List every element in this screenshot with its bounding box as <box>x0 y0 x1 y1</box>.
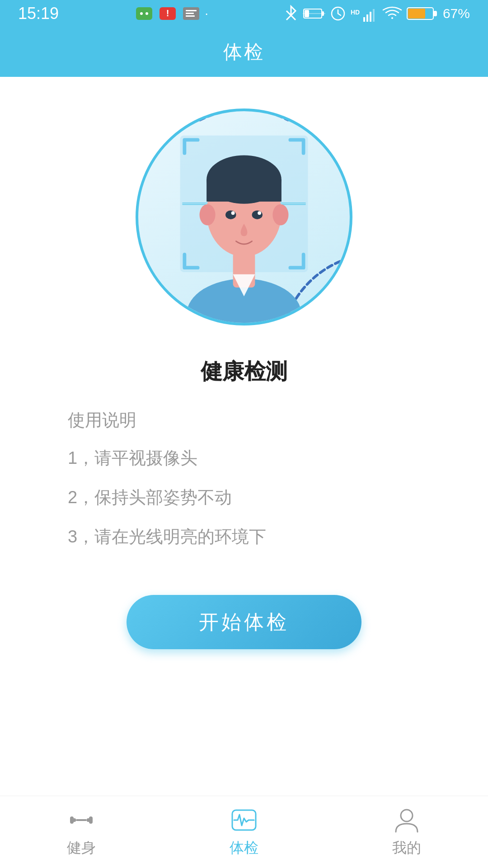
svg-rect-0 <box>136 7 152 20</box>
status-notifications: ! · <box>134 4 208 24</box>
mine-icon <box>393 807 420 834</box>
start-exam-button[interactable]: 开始体检 <box>127 595 361 649</box>
instruction-section: 健康检测 使用说明 1，请平视摄像头 2，保持头部姿势不动 3，请在光线明亮的环… <box>41 357 447 563</box>
app-header: 体检 <box>0 27 488 77</box>
battery-icon <box>407 6 438 21</box>
instruction-item-3: 3，请在光线明亮的环境下 <box>68 524 420 550</box>
svg-point-36 <box>252 210 263 219</box>
status-bar: 15:19 ! · <box>0 0 488 27</box>
svg-point-35 <box>225 210 236 219</box>
app-icon <box>181 4 201 24</box>
svg-point-45 <box>401 810 413 821</box>
svg-point-37 <box>231 211 235 215</box>
svg-point-34 <box>272 204 288 226</box>
svg-text:!: ! <box>166 8 169 18</box>
svg-rect-32 <box>206 179 282 202</box>
nav-item-checkup[interactable]: 体检 <box>230 807 258 858</box>
svg-text:HD: HD <box>351 9 360 16</box>
alarm-icon <box>330 5 346 22</box>
svg-point-38 <box>258 211 261 215</box>
status-right-icons: HD 67% <box>284 5 470 23</box>
nav-item-mine[interactable]: 我的 <box>392 807 421 858</box>
fitness-icon <box>68 807 95 834</box>
bluetooth-icon <box>284 5 298 23</box>
notification-dot: · <box>205 6 208 21</box>
svg-rect-20 <box>373 9 375 22</box>
notification-icon: ! <box>158 4 178 24</box>
svg-point-31 <box>206 156 282 204</box>
nav-item-fitness[interactable]: 健身 <box>67 807 96 858</box>
instruction-item-2: 2，保持头部姿势不动 <box>68 485 420 510</box>
svg-rect-42 <box>89 816 93 824</box>
face-scan-circle <box>136 108 352 326</box>
svg-rect-23 <box>408 9 425 19</box>
svg-point-1 <box>140 12 143 15</box>
svg-marker-29 <box>233 274 255 297</box>
svg-point-27 <box>187 279 301 323</box>
svg-rect-17 <box>363 17 365 22</box>
svg-point-2 <box>145 12 148 15</box>
svg-rect-18 <box>366 14 368 22</box>
health-check-title: 健康检测 <box>68 357 420 386</box>
svg-rect-8 <box>186 15 195 17</box>
face-scan-container <box>131 104 357 330</box>
svg-rect-6 <box>186 10 197 11</box>
checkup-icon <box>230 807 258 834</box>
nav-label-mine: 我的 <box>392 838 421 858</box>
svg-rect-19 <box>370 12 371 22</box>
svg-rect-43 <box>76 819 87 821</box>
hd-signal-icon: HD <box>351 5 378 22</box>
scan-overlay-svg <box>138 111 350 323</box>
page-title: 体检 <box>223 39 265 65</box>
start-exam-label: 开始体检 <box>199 609 289 636</box>
main-content: 健康检测 使用说明 1，请平视摄像头 2，保持头部姿势不动 3，请在光线明亮的环… <box>0 77 488 649</box>
bottom-nav: 健身 体检 我的 <box>0 796 488 868</box>
wifi-icon <box>382 5 402 22</box>
svg-rect-22 <box>433 11 437 16</box>
connected-icon <box>303 7 325 20</box>
wechat-icon <box>134 4 154 24</box>
svg-rect-7 <box>186 13 194 14</box>
status-time: 15:19 <box>18 4 59 23</box>
nav-label-fitness: 健身 <box>67 838 96 858</box>
svg-rect-24 <box>180 136 308 272</box>
battery-percentage: 67% <box>443 6 470 21</box>
usage-label: 使用说明 <box>68 409 420 432</box>
svg-point-30 <box>206 169 282 257</box>
instruction-item-1: 1，请平视摄像头 <box>68 445 420 471</box>
nav-label-checkup: 体检 <box>230 838 258 858</box>
svg-point-33 <box>200 204 216 226</box>
svg-rect-41 <box>70 816 74 824</box>
svg-line-15 <box>338 14 341 15</box>
svg-rect-28 <box>233 252 255 288</box>
